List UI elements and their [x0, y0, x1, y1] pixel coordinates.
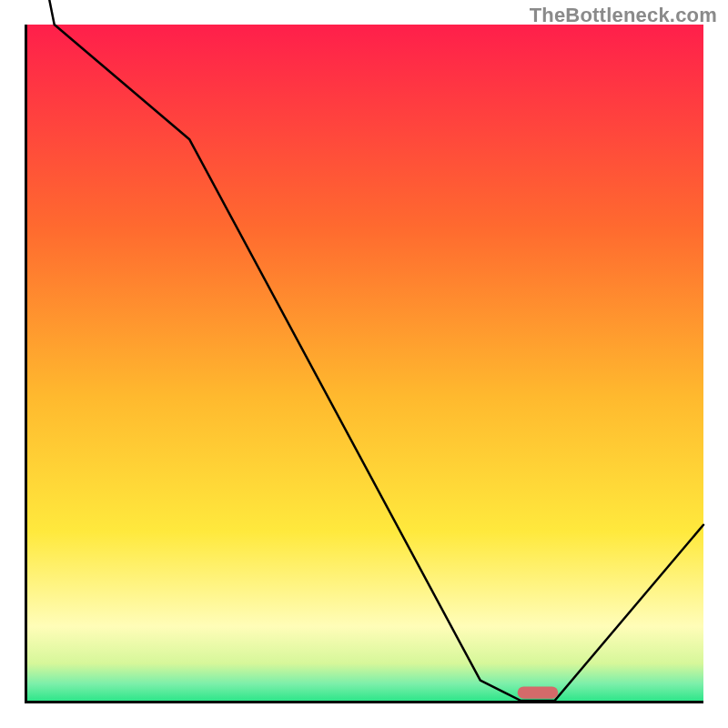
- plot-frame: [25, 25, 703, 703]
- chart-container: TheBottleneck.com: [0, 0, 728, 728]
- curve-layer: [27, 25, 703, 701]
- optimal-marker: [518, 686, 559, 698]
- bottleneck-curve: [27, 0, 703, 701]
